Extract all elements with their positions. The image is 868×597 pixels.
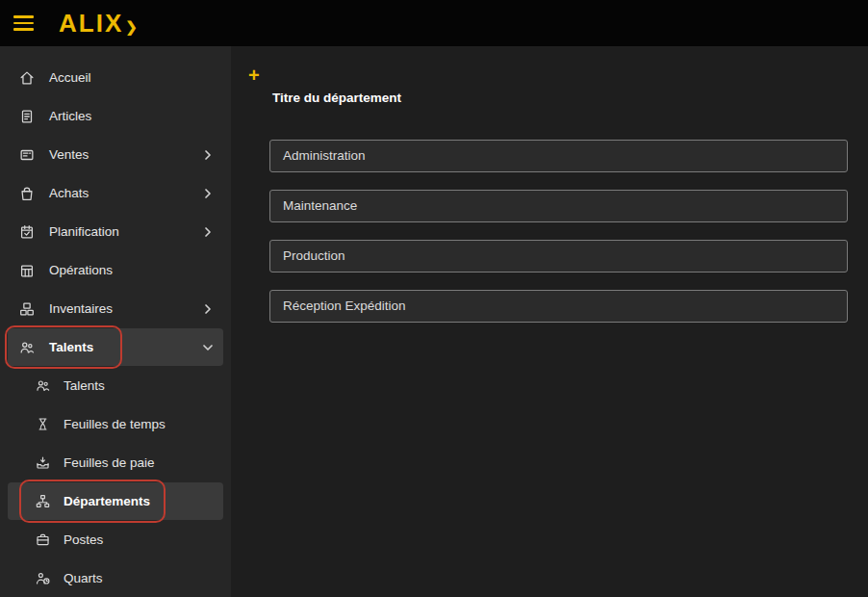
submenu-item-label: Départements xyxy=(64,494,150,508)
people-icon xyxy=(33,376,52,396)
chevron-right-icon xyxy=(202,303,214,315)
talents-submenu: Talents Feuilles de temps Feuilles de pa… xyxy=(0,367,231,597)
sidebar: Accueil Articles Ventes Achats Planifica… xyxy=(0,46,231,597)
department-row-administration[interactable]: Administration xyxy=(269,140,848,172)
chevron-down-icon xyxy=(202,342,214,353)
sidebar-item-label: Articles xyxy=(49,109,91,123)
department-row-reception-expedition[interactable]: Réception Expédition xyxy=(269,290,848,323)
boxes-icon xyxy=(17,299,37,319)
department-row-maintenance[interactable]: Maintenance xyxy=(269,190,848,222)
org-chart-icon xyxy=(33,492,52,511)
sidebar-item-articles[interactable]: Articles xyxy=(8,97,223,135)
logo-text: ALIX xyxy=(59,11,123,36)
document-icon xyxy=(17,107,37,126)
submenu-item-label: Quarts xyxy=(64,571,103,585)
briefcase-icon xyxy=(33,531,52,550)
sidebar-item-planification[interactable]: Planification xyxy=(8,213,223,250)
sidebar-item-inventaires[interactable]: Inventaires xyxy=(8,290,223,327)
department-row-production[interactable]: Production xyxy=(269,240,848,273)
submenu-item-label: Talents xyxy=(64,378,105,393)
main-content: + Titre du département Administration Ma… xyxy=(231,46,868,597)
topbar: ALIX ❯ xyxy=(0,0,868,46)
sidebar-item-label: Opérations xyxy=(49,263,113,277)
chevron-right-icon xyxy=(202,149,214,161)
shopping-bag-icon xyxy=(17,184,37,203)
person-clock-icon xyxy=(33,569,52,588)
submenu-item-label: Postes xyxy=(64,532,103,547)
submenu-item-departements[interactable]: Départements xyxy=(8,482,223,520)
sidebar-item-label: Talents xyxy=(49,340,93,354)
home-icon xyxy=(17,68,37,88)
logo-chevron-icon: ❯ xyxy=(125,18,138,36)
sidebar-item-accueil[interactable]: Accueil xyxy=(8,59,223,96)
sidebar-item-operations[interactable]: Opérations xyxy=(8,251,223,289)
sidebar-item-label: Ventes xyxy=(49,147,89,162)
sidebar-item-achats[interactable]: Achats xyxy=(8,174,223,212)
submenu-item-feuilles-de-temps[interactable]: Feuilles de temps xyxy=(8,405,223,443)
submenu-item-quarts[interactable]: Quarts xyxy=(8,559,223,597)
sidebar-item-label: Planification xyxy=(49,224,119,239)
sidebar-item-label: Achats xyxy=(49,186,89,200)
chevron-right-icon xyxy=(202,226,214,238)
submenu-item-talents[interactable]: Talents xyxy=(8,367,223,404)
sidebar-item-ventes[interactable]: Ventes xyxy=(8,136,223,173)
submenu-item-label: Feuilles de paie xyxy=(64,455,155,470)
sidebar-item-label: Accueil xyxy=(49,70,91,85)
section-title: Titre du département xyxy=(272,91,868,105)
submenu-item-label: Feuilles de temps xyxy=(64,417,166,431)
add-department-button[interactable]: + xyxy=(248,65,260,85)
submenu-item-feuilles-de-paie[interactable]: Feuilles de paie xyxy=(8,444,223,481)
calendar-check-icon xyxy=(17,222,37,242)
menu-icon[interactable] xyxy=(13,15,34,31)
submenu-item-postes[interactable]: Postes xyxy=(8,521,223,558)
calendar-grid-icon xyxy=(17,261,37,280)
alix-logo: ALIX ❯ xyxy=(59,11,138,36)
department-list: Administration Maintenance Production Ré… xyxy=(269,140,848,323)
people-icon xyxy=(17,338,37,357)
sidebar-item-talents[interactable]: Talents xyxy=(8,328,223,366)
hourglass-icon xyxy=(33,415,52,434)
invoice-icon xyxy=(17,145,37,165)
sidebar-item-label: Inventaires xyxy=(49,301,113,316)
payroll-icon xyxy=(33,454,52,473)
chevron-right-icon xyxy=(202,188,214,199)
